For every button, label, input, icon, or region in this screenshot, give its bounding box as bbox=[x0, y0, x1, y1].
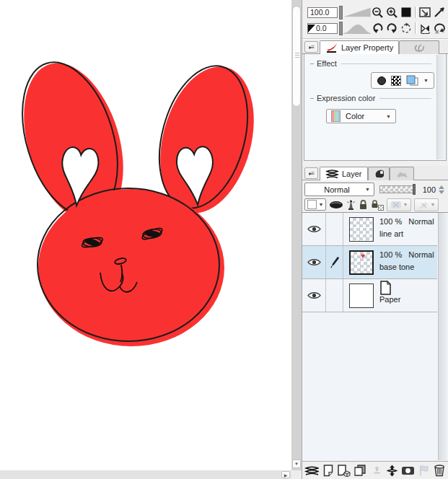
layer-name: Paper bbox=[379, 295, 400, 304]
layer-stack-button[interactable] bbox=[304, 463, 319, 478]
layer-color-button[interactable] bbox=[405, 75, 419, 86]
layer-thumbnail bbox=[349, 284, 374, 308]
layer-blend: Normal bbox=[408, 217, 434, 226]
flip-horizontal-button[interactable] bbox=[418, 22, 433, 35]
panel-scrollbar[interactable] bbox=[436, 55, 445, 159]
lock-layer-button[interactable] bbox=[359, 199, 368, 210]
layer-mask-icon bbox=[401, 466, 415, 475]
layer-name: base tone bbox=[379, 261, 437, 273]
fit-to-window-button[interactable] bbox=[399, 6, 413, 19]
zoom-out-button[interactable] bbox=[371, 6, 385, 19]
palette-color-button[interactable]: ▼ bbox=[304, 198, 326, 211]
scroll-down-button[interactable]: ▼ bbox=[292, 460, 301, 468]
tab-layer-palette-3[interactable] bbox=[390, 167, 414, 180]
new-raster-layer-button[interactable] bbox=[322, 463, 334, 478]
ruler-disabled-icon bbox=[418, 201, 429, 209]
zoom-slider[interactable] bbox=[343, 7, 370, 18]
rotation-value: 0.0 bbox=[316, 24, 327, 32]
combine-to-lower-button[interactable] bbox=[386, 463, 398, 478]
blend-ellipse-button[interactable] bbox=[329, 201, 343, 209]
expression-color-section-header: Expression color bbox=[310, 94, 431, 102]
expression-color-dropdown[interactable]: Color ▼ bbox=[326, 109, 396, 123]
zoom-input[interactable]: 100.0 bbox=[307, 7, 338, 18]
expression-color-label: Expression color bbox=[317, 94, 375, 102]
tab-tool-navigator[interactable] bbox=[399, 40, 439, 54]
visibility-cell[interactable] bbox=[302, 246, 326, 278]
apply-mask-disabled-icon bbox=[418, 465, 429, 476]
rotation-slider-handle[interactable] bbox=[339, 22, 343, 35]
navigator-button[interactable] bbox=[418, 6, 433, 19]
vertical-scrollbar-thumb[interactable] bbox=[292, 6, 301, 107]
zoom-slider-handle[interactable] bbox=[339, 6, 343, 19]
zoom-in-button[interactable] bbox=[385, 6, 399, 19]
tab-layer-property[interactable]: Layer Property bbox=[320, 40, 399, 54]
palm-icon bbox=[374, 169, 384, 179]
effect-button-group: ▼ bbox=[371, 72, 434, 89]
mask-disabled-icon bbox=[390, 201, 402, 209]
layer-list-scrollbar[interactable] bbox=[438, 213, 447, 460]
straight-line-button[interactable] bbox=[432, 6, 447, 19]
enable-mask-button[interactable]: ▼ bbox=[387, 198, 411, 211]
rotate-right-button[interactable] bbox=[385, 22, 399, 35]
right-panel: 100.0 0.0 bbox=[302, 0, 448, 479]
rotation-input[interactable]: 0.0 bbox=[307, 23, 338, 34]
thumbnail-cell[interactable] bbox=[343, 246, 379, 278]
edit-target-cell[interactable] bbox=[326, 213, 343, 245]
new-layer-folder-button[interactable] bbox=[353, 463, 367, 478]
layer-row-base-tone[interactable]: 100 %Normal base tone bbox=[302, 246, 437, 279]
tab-layer-palette-2[interactable] bbox=[368, 167, 390, 180]
edit-target-cell[interactable] bbox=[326, 246, 343, 278]
panel-menu-button[interactable]: ▸≡ bbox=[304, 167, 318, 179]
canvas-horizontal-scrollbar[interactable]: ▶ bbox=[0, 470, 291, 479]
rotate-right-icon bbox=[386, 22, 398, 34]
layer-mask-button[interactable] bbox=[401, 463, 415, 478]
panel-menu-button[interactable]: ▸≡ bbox=[304, 41, 318, 53]
opacity-slider-handle[interactable] bbox=[413, 184, 416, 195]
blend-mode-dropdown[interactable]: Normal ▼ bbox=[304, 183, 374, 196]
layer-row-paper[interactable]: Paper bbox=[302, 279, 437, 312]
spin-down-icon[interactable] bbox=[439, 190, 444, 194]
thumbnail-cell[interactable] bbox=[343, 213, 379, 245]
expression-color-value: Color bbox=[346, 112, 364, 120]
lighthouse-icon bbox=[346, 199, 356, 211]
visibility-cell[interactable] bbox=[302, 213, 326, 245]
delete-layer-button[interactable] bbox=[434, 463, 446, 478]
reset-rotation-button[interactable] bbox=[399, 22, 413, 35]
apply-mask-button[interactable] bbox=[418, 463, 430, 478]
zoom-out-icon bbox=[372, 6, 384, 19]
opacity-spinner[interactable] bbox=[439, 185, 444, 194]
layer-thumbnail bbox=[349, 250, 374, 275]
new-vector-layer-icon bbox=[337, 465, 351, 477]
layer-command-row: ▼ ▼ ▼ bbox=[302, 198, 448, 211]
flip-horizontal-icon bbox=[419, 23, 431, 34]
border-effect-icon bbox=[377, 76, 387, 86]
effect-label: Effect bbox=[317, 59, 337, 68]
navigator-icon bbox=[419, 7, 431, 18]
new-vector-layer-button[interactable] bbox=[337, 463, 351, 478]
spin-up-icon[interactable] bbox=[439, 185, 444, 189]
canvas-vertical-scrollbar[interactable]: ▼ bbox=[291, 0, 302, 470]
thumbnail-cell[interactable] bbox=[343, 279, 379, 312]
screen-tone-button[interactable] bbox=[391, 76, 401, 86]
tab-layer[interactable]: Layer bbox=[320, 167, 368, 180]
clip-studio-window: ▼ ▶ 100.0 0.0 bbox=[0, 0, 448, 479]
ruler-button[interactable]: ▼ bbox=[414, 198, 439, 211]
reference-layer-button[interactable] bbox=[346, 199, 356, 211]
layer-name: line art bbox=[379, 228, 437, 240]
rotation-slider[interactable] bbox=[343, 22, 370, 34]
layer-stack-icon bbox=[304, 465, 319, 476]
layer-row-line-art[interactable]: 100 %Normal line art bbox=[302, 213, 437, 246]
border-effect-button[interactable] bbox=[377, 76, 387, 86]
drawing-canvas[interactable] bbox=[0, 0, 291, 470]
opacity-slider[interactable] bbox=[379, 185, 416, 193]
transfer-to-lower-button[interactable] bbox=[370, 463, 382, 478]
trash-icon bbox=[434, 465, 445, 477]
scroll-right-button[interactable]: ▶ bbox=[281, 471, 290, 478]
rotate-left-button[interactable] bbox=[371, 22, 385, 35]
visibility-cell[interactable] bbox=[302, 279, 326, 312]
lock-transparent-pixels-button[interactable] bbox=[371, 199, 384, 211]
effect-dropdown-arrow[interactable]: ▼ bbox=[423, 78, 429, 83]
reset-display-button[interactable] bbox=[432, 22, 447, 35]
edit-target-cell[interactable] bbox=[326, 279, 343, 312]
fit-to-window-icon bbox=[401, 7, 411, 17]
